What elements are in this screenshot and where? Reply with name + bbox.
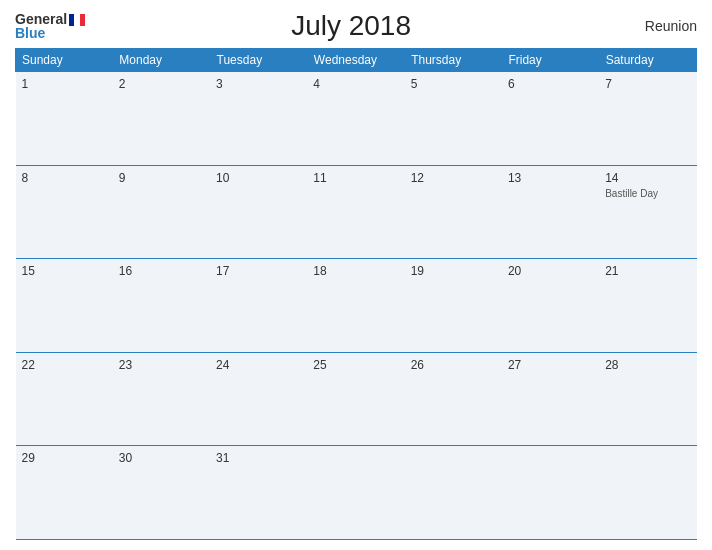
weekday-header-wednesday: Wednesday <box>307 49 404 72</box>
day-number: 18 <box>313 264 398 278</box>
calendar-cell: 27 <box>502 352 599 446</box>
day-number: 9 <box>119 171 204 185</box>
day-number: 15 <box>22 264 107 278</box>
calendar-cell: 6 <box>502 72 599 166</box>
day-number: 29 <box>22 451 107 465</box>
weekday-header-tuesday: Tuesday <box>210 49 307 72</box>
calendar-title: July 2018 <box>291 10 411 42</box>
weekday-header-row: SundayMondayTuesdayWednesdayThursdayFrid… <box>16 49 697 72</box>
event-label: Bastille Day <box>605 188 690 199</box>
calendar-cell: 1 <box>16 72 113 166</box>
day-number: 13 <box>508 171 593 185</box>
day-number: 3 <box>216 77 301 91</box>
day-number: 23 <box>119 358 204 372</box>
calendar-cell <box>599 446 696 540</box>
calendar-cell: 12 <box>405 165 502 259</box>
day-number: 6 <box>508 77 593 91</box>
day-number: 21 <box>605 264 690 278</box>
day-number: 10 <box>216 171 301 185</box>
day-number: 14 <box>605 171 690 185</box>
calendar-cell <box>405 446 502 540</box>
day-number: 7 <box>605 77 690 91</box>
day-number: 16 <box>119 264 204 278</box>
logo-general-text: General <box>15 12 85 26</box>
calendar-cell: 11 <box>307 165 404 259</box>
calendar-cell: 4 <box>307 72 404 166</box>
calendar-cell <box>502 446 599 540</box>
calendar-cell: 19 <box>405 259 502 353</box>
calendar-cell: 22 <box>16 352 113 446</box>
day-number: 31 <box>216 451 301 465</box>
calendar-cell: 26 <box>405 352 502 446</box>
weekday-header-sunday: Sunday <box>16 49 113 72</box>
day-number: 26 <box>411 358 496 372</box>
calendar-cell: 9 <box>113 165 210 259</box>
day-number: 12 <box>411 171 496 185</box>
calendar-cell: 2 <box>113 72 210 166</box>
calendar-cell: 17 <box>210 259 307 353</box>
calendar-cell: 23 <box>113 352 210 446</box>
logo-blue-text: Blue <box>15 26 45 40</box>
day-number: 8 <box>22 171 107 185</box>
calendar-cell: 13 <box>502 165 599 259</box>
calendar-cell: 15 <box>16 259 113 353</box>
day-number: 5 <box>411 77 496 91</box>
day-number: 22 <box>22 358 107 372</box>
day-number: 20 <box>508 264 593 278</box>
day-number: 19 <box>411 264 496 278</box>
calendar-cell: 30 <box>113 446 210 540</box>
day-number: 1 <box>22 77 107 91</box>
weekday-header-monday: Monday <box>113 49 210 72</box>
calendar-cell: 14Bastille Day <box>599 165 696 259</box>
calendar-cell: 24 <box>210 352 307 446</box>
calendar-week-row: 293031 <box>16 446 697 540</box>
day-number: 30 <box>119 451 204 465</box>
region-label: Reunion <box>617 18 697 34</box>
calendar-week-row: 891011121314Bastille Day <box>16 165 697 259</box>
day-number: 4 <box>313 77 398 91</box>
day-number: 2 <box>119 77 204 91</box>
calendar-cell: 25 <box>307 352 404 446</box>
calendar-cell: 21 <box>599 259 696 353</box>
calendar-cell: 31 <box>210 446 307 540</box>
calendar-cell: 8 <box>16 165 113 259</box>
day-number: 25 <box>313 358 398 372</box>
calendar-cell: 3 <box>210 72 307 166</box>
day-number: 28 <box>605 358 690 372</box>
page-header: General Blue July 2018 Reunion <box>15 10 697 42</box>
calendar-cell: 29 <box>16 446 113 540</box>
calendar-cell: 28 <box>599 352 696 446</box>
calendar-week-row: 22232425262728 <box>16 352 697 446</box>
day-number: 27 <box>508 358 593 372</box>
calendar-cell <box>307 446 404 540</box>
calendar-cell: 5 <box>405 72 502 166</box>
weekday-header-friday: Friday <box>502 49 599 72</box>
calendar-cell: 20 <box>502 259 599 353</box>
flag-icon <box>69 14 85 26</box>
weekday-header-thursday: Thursday <box>405 49 502 72</box>
calendar-cell: 10 <box>210 165 307 259</box>
logo: General Blue <box>15 12 85 40</box>
weekday-header-saturday: Saturday <box>599 49 696 72</box>
calendar-cell: 18 <box>307 259 404 353</box>
calendar-week-row: 1234567 <box>16 72 697 166</box>
day-number: 17 <box>216 264 301 278</box>
calendar-cell: 16 <box>113 259 210 353</box>
calendar-week-row: 15161718192021 <box>16 259 697 353</box>
calendar-cell: 7 <box>599 72 696 166</box>
calendar-table: SundayMondayTuesdayWednesdayThursdayFrid… <box>15 48 697 540</box>
day-number: 24 <box>216 358 301 372</box>
day-number: 11 <box>313 171 398 185</box>
